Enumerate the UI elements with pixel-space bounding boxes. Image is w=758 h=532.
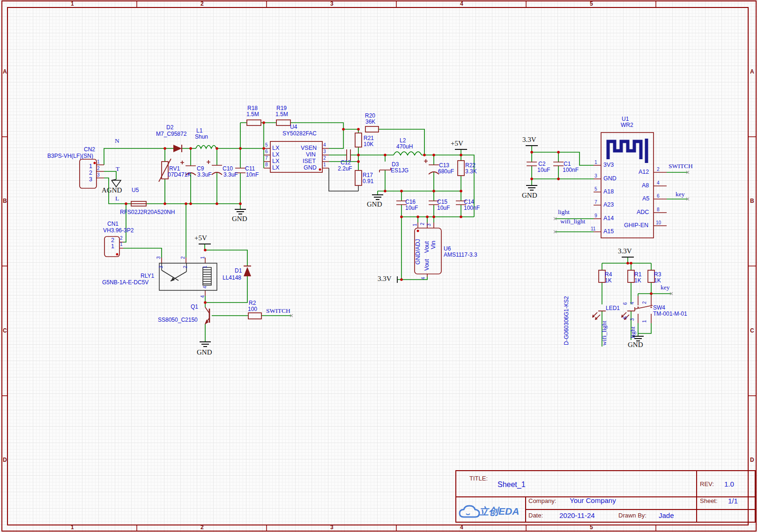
- c14-ref[interactable]: C14: [464, 199, 474, 205]
- d2-ref[interactable]: D2: [166, 125, 173, 131]
- diode-d1[interactable]: [244, 266, 251, 276]
- net-switch-q1[interactable]: SWITCH: [266, 308, 290, 314]
- wires[interactable]: [104, 123, 688, 347]
- r3-val[interactable]: 1K: [654, 278, 661, 284]
- r20-ref[interactable]: R20: [365, 113, 375, 119]
- resistor-r19[interactable]: [276, 120, 290, 126]
- l1-val[interactable]: Shun: [195, 134, 208, 140]
- q1-ref[interactable]: Q1: [191, 304, 198, 310]
- d1-ref[interactable]: D1: [235, 268, 242, 274]
- resistor-r1[interactable]: [628, 270, 634, 282]
- led1-part[interactable]: D-G060306G1-KS2: [564, 296, 570, 345]
- c9-val[interactable]: 3.3uF: [197, 172, 212, 178]
- r18-val[interactable]: 1.5M: [246, 111, 259, 118]
- company-value[interactable]: Your Company: [570, 496, 616, 504]
- r3-ref[interactable]: R3: [654, 272, 661, 278]
- c9-ref[interactable]: C9: [197, 166, 204, 172]
- net-switch-u1[interactable]: SWITCH: [669, 163, 693, 170]
- u4-ref[interactable]: U4: [290, 124, 297, 130]
- r1-val[interactable]: 1K: [634, 278, 641, 284]
- net-wifi-light-v[interactable]: wifi_light: [601, 321, 608, 346]
- rv1-val[interactable]: 07D471K: [168, 172, 191, 178]
- r19-ref[interactable]: R19: [276, 105, 287, 111]
- u6-part[interactable]: AMS1117-3.3: [444, 252, 477, 258]
- r22-val[interactable]: 3.3K: [465, 169, 477, 175]
- relay-rly1[interactable]: [159, 263, 217, 290]
- resistor-r17[interactable]: [355, 170, 362, 185]
- r1-ref[interactable]: R1: [634, 272, 641, 278]
- u1-ref[interactable]: U1: [622, 116, 629, 122]
- cn2-part[interactable]: B3PS-VH(LF)(SN): [47, 153, 93, 159]
- schematic-canvas[interactable]: CN2B3PS-VH(LF)(SN)123123NTLAGNDCN1VH3.96…: [0, 0, 758, 532]
- q1-part[interactable]: SS8050_C2150: [158, 317, 198, 323]
- sheet-title[interactable]: Sheet_1: [498, 480, 526, 489]
- r18-ref[interactable]: R18: [247, 105, 258, 111]
- d3-part[interactable]: ES1JG: [391, 168, 409, 174]
- switch-sw4[interactable]: [635, 305, 653, 311]
- r22-ref[interactable]: R22: [465, 163, 476, 169]
- c1-val[interactable]: 100nF: [563, 167, 579, 173]
- u5-part[interactable]: RFS02J2R20A520NH: [120, 209, 175, 215]
- c16-val[interactable]: 10uF: [405, 205, 418, 211]
- cn2-ref[interactable]: CN2: [84, 147, 95, 153]
- rev-value[interactable]: 1.0: [724, 480, 734, 488]
- r21-ref[interactable]: R21: [364, 135, 374, 141]
- resistor-r22[interactable]: [458, 161, 464, 176]
- l2-ref[interactable]: L2: [400, 138, 406, 144]
- cap-c1[interactable]: [553, 162, 564, 166]
- c13-val[interactable]: 680uF: [438, 169, 454, 175]
- cn1-ref[interactable]: CN1: [107, 221, 119, 227]
- sheet-value[interactable]: 1/1: [728, 497, 738, 505]
- r2-val[interactable]: 100: [248, 306, 257, 312]
- c11-ref[interactable]: C11: [245, 166, 255, 172]
- d1-part[interactable]: LL4148: [223, 275, 241, 281]
- net-wifi-light[interactable]: wifi_light: [560, 218, 585, 225]
- led1-ref[interactable]: LED1: [606, 305, 620, 311]
- net-l[interactable]: L: [115, 195, 119, 202]
- l1-ref[interactable]: L1: [196, 128, 202, 134]
- resistor-r4[interactable]: [599, 270, 605, 282]
- c1-ref[interactable]: C1: [564, 161, 571, 167]
- c10-ref[interactable]: C10: [223, 166, 233, 172]
- resistor-r20[interactable]: [365, 126, 379, 132]
- c11-val[interactable]: 10nF: [246, 172, 259, 178]
- r2-ref[interactable]: R2: [249, 300, 256, 306]
- net-light[interactable]: light: [558, 209, 570, 215]
- fuse-u5[interactable]: [131, 201, 146, 206]
- u6-ref[interactable]: U6: [444, 246, 451, 252]
- cap-c2[interactable]: [527, 162, 537, 166]
- c2-ref[interactable]: C2: [538, 161, 545, 167]
- c10-val[interactable]: 3.3uF: [223, 172, 238, 178]
- net-n[interactable]: N: [115, 138, 119, 144]
- u1-part[interactable]: WR2: [621, 122, 633, 128]
- rly1-ref[interactable]: RLY1: [141, 273, 154, 279]
- rv1-ref[interactable]: RV1: [169, 166, 180, 172]
- cap-c13[interactable]: [424, 159, 439, 174]
- net-key-sw[interactable]: key: [661, 284, 670, 291]
- sw4-ref[interactable]: SW4: [653, 305, 665, 311]
- transistor-q1[interactable]: [205, 307, 209, 325]
- r17-ref[interactable]: R17: [363, 172, 373, 178]
- l2-val[interactable]: 470uH: [396, 144, 413, 150]
- sw4-part[interactable]: TM-001-M-01: [653, 311, 687, 317]
- d3-ref[interactable]: D3: [392, 162, 399, 168]
- r4-ref[interactable]: R4: [605, 272, 612, 278]
- resistor-r2[interactable]: [248, 313, 261, 319]
- c13-ref[interactable]: C13: [439, 163, 449, 169]
- diode-d2[interactable]: [173, 145, 182, 152]
- c15-ref[interactable]: C15: [437, 199, 447, 205]
- net-key-u1[interactable]: key: [676, 191, 685, 198]
- cn1-part[interactable]: VH3.96-3P2: [103, 228, 134, 234]
- u5-ref[interactable]: U5: [132, 187, 139, 193]
- u4-part[interactable]: SY50282FAC: [282, 131, 317, 137]
- resistor-r3[interactable]: [648, 270, 654, 282]
- r19-val[interactable]: 1.5M: [275, 111, 288, 118]
- r17-val[interactable]: 0.91: [363, 178, 373, 185]
- net-light-v[interactable]: light: [630, 326, 636, 338]
- r21-val[interactable]: 10K: [364, 141, 373, 148]
- drawn-by-value[interactable]: Jade: [659, 511, 674, 519]
- c15-val[interactable]: 10uF: [437, 205, 450, 211]
- r20-val[interactable]: 36K: [365, 119, 375, 125]
- resistor-r21[interactable]: [355, 133, 362, 147]
- rly1-part[interactable]: G5NB-1A-E-DC5V: [102, 280, 149, 286]
